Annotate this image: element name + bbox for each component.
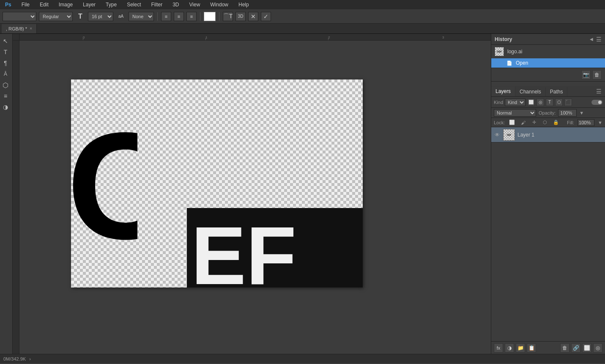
menu-bar: Ps File Edit Image Layer Type Select Fil… [0, 0, 605, 9]
layers-blend-row: Normal Opacity: ▼ [491, 108, 605, 118]
filter-shape-button[interactable]: ⬡ [555, 99, 563, 106]
select-tool-button[interactable]: ↖ [0, 36, 11, 47]
tab-channels[interactable]: Channels [515, 87, 546, 96]
tools-panel: ↖ T ¶ Ā ⬡ ≡ ◑ [0, 34, 13, 354]
history-file-row[interactable]: CEF logo.ai [491, 45, 605, 58]
lock-position-button[interactable]: ✛ [530, 119, 538, 126]
align-center-button[interactable]: ≡ [174, 12, 184, 21]
swatches-button[interactable]: ⬡ [0, 79, 11, 90]
new-layer-button[interactable]: 📋 [527, 343, 536, 353]
filter-kind-select[interactable]: Kind [505, 99, 526, 106]
doc-info: 0M/342.9K [3, 356, 26, 361]
panel-spacer [491, 82, 605, 86]
filter-type-button[interactable]: T [546, 99, 553, 106]
align-left-button[interactable]: ≡ [161, 12, 171, 21]
ruler-vertical [13, 41, 19, 354]
menu-3d[interactable]: 3D [171, 1, 181, 8]
menu-image[interactable]: Image [57, 1, 74, 8]
layer-1-item[interactable]: 👁 CEF Layer 1 [491, 127, 605, 142]
tab-layers[interactable]: Layers [491, 87, 515, 96]
opacity-input[interactable] [558, 109, 577, 117]
new-snapshot-button[interactable]: 📷 [581, 70, 591, 79]
fill-input[interactable] [578, 119, 594, 126]
history-collapse-button[interactable]: ◀ [589, 36, 594, 42]
delete-state-button[interactable]: 🗑 [592, 70, 602, 79]
confirm-button[interactable]: ✓ [261, 12, 271, 21]
history-panel: History ◀ ☰ CEF logo.ai 📄 Open [491, 34, 605, 68]
blend-mode-select[interactable]: Normal [494, 109, 536, 117]
lock-all-button[interactable]: 🔒 [552, 119, 560, 126]
separator-3 [219, 12, 219, 21]
doc-info-arrow[interactable]: › [29, 356, 31, 361]
link-layers-button[interactable]: 🔗 [571, 343, 580, 353]
history-menu-button[interactable]: ☰ [596, 36, 602, 43]
opacity-arrow[interactable]: ▼ [579, 110, 584, 115]
layer-1-thumbnail: CEF [503, 129, 515, 141]
menu-select[interactable]: Select [125, 1, 142, 8]
adjustments-button[interactable]: ≡ [0, 90, 11, 101]
menu-edit[interactable]: Edit [38, 1, 50, 8]
filter-label: Kind [494, 100, 503, 105]
canvas-area: 0 1 2 3 C [13, 34, 491, 354]
align-right-button[interactable]: ≡ [186, 12, 197, 21]
lock-artboard-button[interactable]: ⬡ [541, 119, 549, 126]
filter-adjustment-button[interactable]: ◎ [537, 99, 544, 106]
svg-text:EF: EF [191, 209, 296, 287]
letter-c-area: C [71, 79, 137, 287]
menu-help[interactable]: Help [237, 1, 251, 8]
aa-method-select[interactable]: None [129, 12, 154, 21]
add-adjustment-button[interactable]: ◎ [593, 343, 602, 353]
menu-layer[interactable]: Layer [81, 1, 97, 8]
new-group-button[interactable]: 📁 [516, 343, 525, 353]
menu-ps[interactable]: Ps [3, 1, 13, 8]
font-size-select[interactable]: 16 pt [88, 12, 113, 21]
menu-filter[interactable]: Filter [149, 1, 164, 8]
history-filename: logo.ai [507, 49, 522, 55]
lock-image-button[interactable]: 🖌 [519, 119, 527, 126]
layer-1-visibility[interactable]: 👁 [494, 131, 501, 138]
tab-close-button[interactable]: × [30, 26, 32, 31]
lock-transparent-button[interactable]: ⬜ [508, 119, 516, 126]
tab-paths[interactable]: Paths [546, 87, 568, 96]
menu-file[interactable]: File [20, 1, 31, 8]
layers-empty-space [491, 142, 605, 341]
new-fill-button[interactable]: ◑ [505, 343, 514, 353]
history-open-item[interactable]: 📄 Open [491, 58, 605, 68]
filter-pixel-button[interactable]: ⬜ [527, 99, 535, 106]
document-canvas: C EF [71, 79, 363, 287]
options-bar: Regular T 16 pt aA None ≡ ≡ ≡ ⌒T 3D ✕ ✓ [0, 9, 605, 24]
menu-type[interactable]: Type [104, 1, 118, 8]
char-style-button[interactable]: Ā [0, 68, 11, 79]
layers-filter-row: Kind Kind ⬜ ◎ T ⬡ ⬛ [491, 97, 605, 108]
cancel-button[interactable]: ✕ [248, 12, 258, 21]
ef-svg: EF [187, 208, 363, 287]
menu-view[interactable]: View [188, 1, 202, 8]
delete-layer-button[interactable]: 🗑 [560, 343, 569, 353]
filter-toggle [591, 100, 602, 105]
document-tab[interactable]: , RGB/8) * × [2, 24, 37, 33]
type-tool-button[interactable]: T [0, 47, 11, 57]
warp-text-button[interactable]: ⌒T [223, 12, 233, 21]
font-family-select[interactable] [3, 12, 36, 21]
history-icon-button[interactable]: ◑ [0, 101, 11, 112]
fill-arrow[interactable]: ▼ [598, 120, 602, 125]
font-style-select[interactable]: Regular [39, 12, 73, 21]
layers-panel-menu-button[interactable]: ☰ [593, 86, 605, 96]
add-layer-mask-button[interactable]: ⬜ [582, 343, 591, 353]
opacity-label: Opacity: [539, 110, 556, 115]
tab-bar: , RGB/8) * × [0, 24, 605, 34]
filter-toggle-switch[interactable] [591, 100, 602, 105]
3d-button[interactable]: 3D [235, 12, 246, 21]
ruler-label-3: 3 [442, 36, 444, 39]
menu-window[interactable]: Window [208, 1, 230, 8]
filter-smart-button[interactable]: ⬛ [564, 99, 572, 106]
layer-1-thumb-inner: CEF [504, 129, 515, 140]
fx-button[interactable]: fx [494, 343, 503, 353]
text-color-swatch[interactable] [204, 12, 216, 21]
paragraph-tool-button[interactable]: ¶ [0, 57, 11, 68]
workspace: ↖ T ¶ Ā ⬡ ≡ ◑ 0 1 2 3 [0, 34, 605, 354]
panel-action-buttons: 📷 🗑 [491, 68, 605, 82]
ruler-tick-2 [328, 38, 329, 40]
ruler-horizontal: 0 1 2 3 [19, 34, 491, 41]
history-file-thumb: CEF [495, 47, 504, 56]
